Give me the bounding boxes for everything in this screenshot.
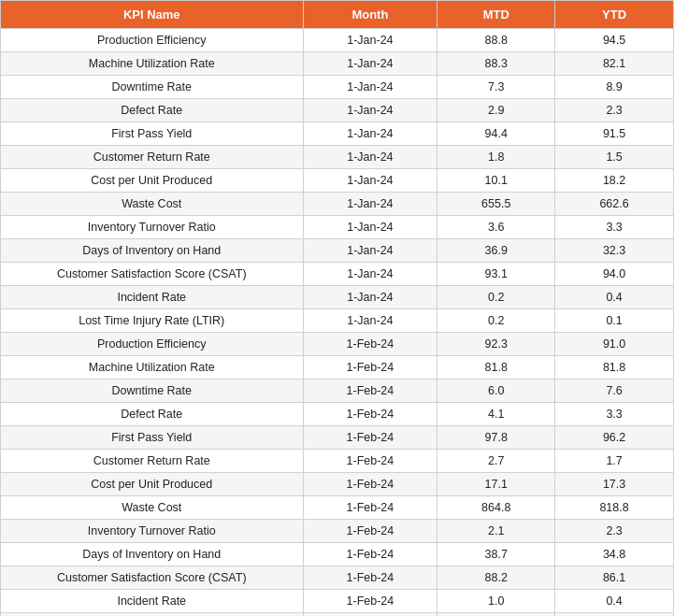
cell-month: 1-Jan-24 <box>303 169 437 193</box>
table-row: Customer Satisfaction Score (CSAT)1-Feb-… <box>1 566 674 590</box>
cell-ytd: 3.3 <box>555 403 674 426</box>
cell-mtd: 88.2 <box>437 566 555 590</box>
table-row: Incident Rate1-Feb-241.00.4 <box>1 590 674 613</box>
cell-kpi-name: Days of Inventory on Hand <box>1 543 304 566</box>
cell-mtd: 0.3 <box>437 613 555 617</box>
table-row: Lost Time Injury Rate (LTIR)1-Feb-240.30… <box>1 613 674 617</box>
cell-kpi-name: Lost Time Injury Rate (LTIR) <box>1 613 304 617</box>
cell-month: 1-Jan-24 <box>303 216 437 239</box>
header-kpi-name: KPI Name <box>1 1 304 29</box>
cell-mtd: 4.1 <box>437 403 555 426</box>
cell-ytd: 7.6 <box>555 380 674 403</box>
table-row: Customer Return Rate1-Jan-241.81.5 <box>1 146 674 169</box>
cell-ytd: 0.4 <box>555 590 674 613</box>
table-row: Production Efficiency1-Feb-2492.391.0 <box>1 333 674 356</box>
cell-kpi-name: Incident Rate <box>1 590 304 613</box>
cell-mtd: 94.4 <box>437 122 555 146</box>
cell-ytd: 662.6 <box>555 193 674 216</box>
cell-mtd: 1.8 <box>437 146 555 169</box>
table-row: First Pass Yield1-Jan-2494.491.5 <box>1 122 674 146</box>
cell-month: 1-Feb-24 <box>303 333 437 356</box>
cell-mtd: 10.1 <box>437 169 555 193</box>
cell-mtd: 2.1 <box>437 520 555 543</box>
table-row: First Pass Yield1-Feb-2497.896.2 <box>1 426 674 450</box>
table-header-row: KPI Name Month MTD YTD <box>1 1 674 29</box>
table-body: Production Efficiency1-Jan-2488.894.5Mac… <box>1 29 674 617</box>
cell-kpi-name: Customer Satisfaction Score (CSAT) <box>1 263 304 286</box>
cell-ytd: 18.2 <box>555 169 674 193</box>
cell-ytd: 91.0 <box>555 333 674 356</box>
cell-month: 1-Feb-24 <box>303 496 437 520</box>
cell-kpi-name: Waste Cost <box>1 193 304 216</box>
table-row: Waste Cost1-Jan-24655.5662.6 <box>1 193 674 216</box>
cell-month: 1-Feb-24 <box>303 380 437 403</box>
cell-ytd: 91.5 <box>555 122 674 146</box>
cell-mtd: 93.1 <box>437 263 555 286</box>
cell-mtd: 0.2 <box>437 309 555 333</box>
cell-mtd: 36.9 <box>437 239 555 263</box>
table-row: Inventory Turnover Ratio1-Feb-242.12.3 <box>1 520 674 543</box>
cell-month: 1-Feb-24 <box>303 473 437 496</box>
cell-ytd: 8.9 <box>555 76 674 99</box>
cell-mtd: 0.2 <box>437 286 555 309</box>
table-row: Cost per Unit Produced1-Feb-2417.117.3 <box>1 473 674 496</box>
cell-month: 1-Jan-24 <box>303 76 437 99</box>
cell-ytd: 818.8 <box>555 496 674 520</box>
cell-kpi-name: Machine Utilization Rate <box>1 52 304 76</box>
cell-month: 1-Feb-24 <box>303 590 437 613</box>
table-row: Days of Inventory on Hand1-Jan-2436.932.… <box>1 239 674 263</box>
cell-mtd: 7.3 <box>437 76 555 99</box>
cell-mtd: 97.8 <box>437 426 555 450</box>
table-row: Machine Utilization Rate1-Jan-2488.382.1 <box>1 52 674 76</box>
cell-ytd: 82.1 <box>555 52 674 76</box>
cell-month: 1-Feb-24 <box>303 450 437 473</box>
cell-kpi-name: Defect Rate <box>1 403 304 426</box>
kpi-table: KPI Name Month MTD YTD Production Effici… <box>0 0 674 616</box>
cell-ytd: 3.3 <box>555 216 674 239</box>
cell-month: 1-Jan-24 <box>303 263 437 286</box>
table-row: Incident Rate1-Jan-240.20.4 <box>1 286 674 309</box>
cell-kpi-name: Downtime Rate <box>1 380 304 403</box>
cell-kpi-name: Lost Time Injury Rate (LTIR) <box>1 309 304 333</box>
cell-month: 1-Feb-24 <box>303 543 437 566</box>
cell-ytd: 94.5 <box>555 29 674 52</box>
cell-ytd: 0.4 <box>555 286 674 309</box>
table-row: Machine Utilization Rate1-Feb-2481.881.8 <box>1 356 674 380</box>
cell-kpi-name: Inventory Turnover Ratio <box>1 520 304 543</box>
cell-month: 1-Feb-24 <box>303 520 437 543</box>
cell-month: 1-Jan-24 <box>303 52 437 76</box>
cell-kpi-name: Customer Return Rate <box>1 146 304 169</box>
cell-month: 1-Feb-24 <box>303 403 437 426</box>
cell-kpi-name: Incident Rate <box>1 286 304 309</box>
cell-month: 1-Jan-24 <box>303 99 437 122</box>
cell-month: 1-Jan-24 <box>303 239 437 263</box>
cell-ytd: 81.8 <box>555 356 674 380</box>
table-row: Defect Rate1-Feb-244.13.3 <box>1 403 674 426</box>
table-row: Customer Return Rate1-Feb-242.71.7 <box>1 450 674 473</box>
cell-ytd: 34.8 <box>555 543 674 566</box>
cell-mtd: 2.7 <box>437 450 555 473</box>
cell-ytd: 0.1 <box>555 309 674 333</box>
table-row: Downtime Rate1-Feb-246.07.6 <box>1 380 674 403</box>
table-row: Customer Satisfaction Score (CSAT)1-Jan-… <box>1 263 674 286</box>
cell-mtd: 1.0 <box>437 590 555 613</box>
cell-mtd: 88.8 <box>437 29 555 52</box>
table-row: Lost Time Injury Rate (LTIR)1-Jan-240.20… <box>1 309 674 333</box>
cell-ytd: 94.0 <box>555 263 674 286</box>
cell-ytd: 2.3 <box>555 520 674 543</box>
cell-kpi-name: Waste Cost <box>1 496 304 520</box>
cell-mtd: 864.8 <box>437 496 555 520</box>
cell-mtd: 6.0 <box>437 380 555 403</box>
table-row: Cost per Unit Produced1-Jan-2410.118.2 <box>1 169 674 193</box>
cell-mtd: 88.3 <box>437 52 555 76</box>
cell-mtd: 92.3 <box>437 333 555 356</box>
header-mtd: MTD <box>437 1 555 29</box>
cell-kpi-name: Downtime Rate <box>1 76 304 99</box>
cell-ytd: 1.7 <box>555 450 674 473</box>
cell-kpi-name: First Pass Yield <box>1 426 304 450</box>
cell-month: 1-Jan-24 <box>303 309 437 333</box>
cell-kpi-name: Inventory Turnover Ratio <box>1 216 304 239</box>
cell-month: 1-Feb-24 <box>303 566 437 590</box>
cell-month: 1-Jan-24 <box>303 29 437 52</box>
cell-kpi-name: Customer Return Rate <box>1 450 304 473</box>
